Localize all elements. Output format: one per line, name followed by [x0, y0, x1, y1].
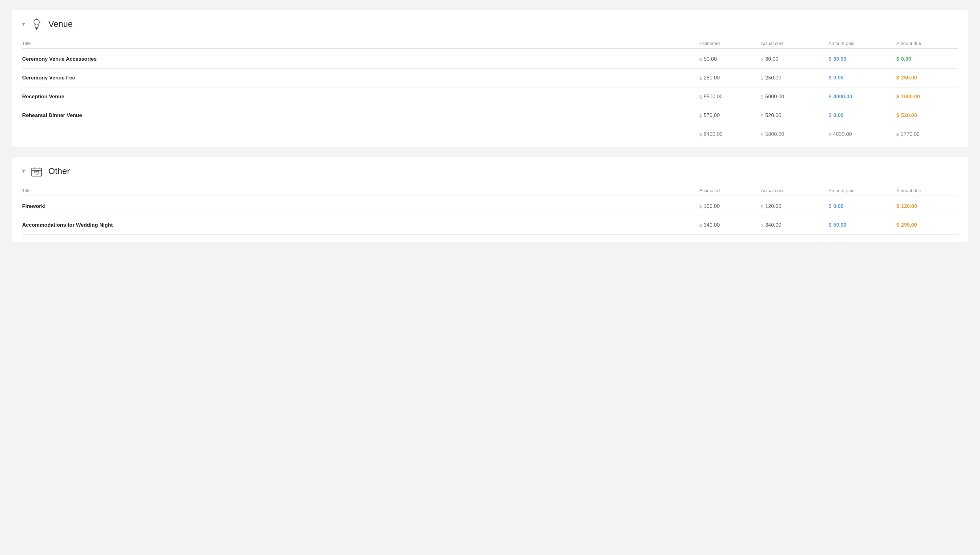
- paid-dollar: $: [828, 203, 831, 209]
- paid-cell: $ 0.00: [828, 75, 896, 81]
- paid-dollar: $: [828, 56, 831, 62]
- currency-icon: $: [699, 75, 702, 81]
- other-section-header: ▾ Other: [22, 164, 958, 178]
- actual-value: 520.00: [765, 112, 781, 119]
- venue-total-due: $ 1770.00: [896, 131, 958, 137]
- col-paid: Amount paid: [828, 41, 896, 46]
- due-value: 290.00: [901, 222, 917, 228]
- row-title: Reception Venue: [22, 94, 699, 100]
- currency-icon: $: [699, 94, 702, 99]
- paid-dollar: $: [828, 94, 831, 100]
- venue-rows: Ceremony Venue Accessories $ 50.00 $ 30.…: [22, 50, 958, 125]
- due-value: 250.00: [901, 75, 917, 81]
- venue-totals-row: $ 6400.00 $ 5800.00 $ 4030.00 $ 1770.00: [22, 125, 958, 140]
- due-dollar: $: [896, 56, 899, 62]
- actual-cell: $ 340.00: [761, 222, 828, 228]
- paid-cell: $ 0.00: [828, 203, 896, 209]
- venue-section: ▾ Venue Title Estimated Actual cost Amou…: [12, 10, 968, 147]
- other-col-due: Amount due: [896, 188, 958, 193]
- estimated-cell: $ 570.00: [699, 112, 761, 119]
- row-title: Accommodations for Wedding Night: [22, 222, 699, 228]
- paid-dollar: $: [828, 112, 831, 119]
- actual-value: 340.00: [765, 222, 781, 228]
- estimated-cell: $ 340.00: [699, 222, 761, 228]
- row-title: Rehearsal Dinner Venue: [22, 112, 699, 119]
- estimated-cell: $ 5500.00: [699, 94, 761, 100]
- other-col-actual: Actual cost: [761, 188, 828, 193]
- due-cell: $ 520.00: [896, 112, 958, 119]
- col-estimated: Estimated: [699, 41, 761, 46]
- table-row: Ceremony Venue Accessories $ 50.00 $ 30.…: [22, 50, 958, 69]
- estimated-value: 280.00: [703, 75, 719, 81]
- due-value: 120.00: [901, 203, 917, 209]
- other-rows: Firework! $ 150.00 $ 120.00 $ 0.00 $ 120…: [22, 197, 958, 235]
- due-dollar: $: [896, 203, 899, 209]
- row-title: Firework!: [22, 203, 699, 209]
- other-icon: [30, 164, 43, 178]
- paid-cell: $ 4000.00: [828, 94, 896, 100]
- other-title: Other: [48, 166, 70, 176]
- estimated-value: 340.00: [703, 222, 719, 228]
- actual-cell: $ 120.00: [761, 203, 828, 209]
- svg-line-7: [33, 19, 34, 20]
- paid-value: 50.00: [833, 222, 846, 228]
- col-due: Amount due: [896, 41, 958, 46]
- venue-section-header: ▾ Venue: [22, 17, 958, 31]
- venue-title: Venue: [48, 19, 73, 29]
- due-cell: $ 250.00: [896, 75, 958, 81]
- estimated-cell: $ 280.00: [699, 75, 761, 81]
- estimated-value: 5500.00: [703, 94, 723, 100]
- currency-icon: $: [699, 223, 702, 228]
- estimated-value: 570.00: [703, 112, 719, 119]
- other-col-title: Title: [22, 188, 699, 193]
- actual-cell: $ 30.00: [761, 56, 828, 62]
- row-title: Ceremony Venue Fee: [22, 75, 699, 81]
- svg-point-0: [34, 19, 39, 25]
- paid-value: 30.00: [833, 56, 846, 62]
- due-value: 1000.00: [901, 94, 920, 100]
- currency-icon: $: [761, 223, 763, 228]
- currency-icon: $: [761, 113, 763, 118]
- paid-cell: $ 0.00: [828, 112, 896, 119]
- venue-total-actual: $ 5800.00: [761, 131, 828, 137]
- currency-icon: $: [761, 57, 763, 62]
- table-row: Firework! $ 150.00 $ 120.00 $ 0.00 $ 120…: [22, 197, 958, 216]
- estimated-cell: $ 50.00: [699, 56, 761, 62]
- other-section: ▾ Other Title Estimated Actual cost Amou…: [12, 157, 968, 242]
- currency-icon: $: [761, 204, 763, 209]
- row-title: Ceremony Venue Accessories: [22, 56, 699, 62]
- table-row: Ceremony Venue Fee $ 280.00 $ 250.00 $ 0…: [22, 69, 958, 87]
- paid-cell: $ 30.00: [828, 56, 896, 62]
- currency-icon: $: [761, 75, 763, 81]
- actual-value: 30.00: [765, 56, 779, 62]
- due-dollar: $: [896, 75, 899, 81]
- other-chevron[interactable]: ▾: [22, 168, 25, 175]
- venue-chevron[interactable]: ▾: [22, 21, 25, 27]
- due-dollar: $: [896, 222, 899, 228]
- other-col-paid: Amount paid: [828, 188, 896, 193]
- actual-cell: $ 250.00: [761, 75, 828, 81]
- svg-line-5: [40, 19, 40, 20]
- currency-icon: $: [699, 57, 702, 62]
- estimated-value: 150.00: [703, 203, 719, 209]
- venue-total-paid: $ 4030.00: [828, 131, 896, 137]
- paid-dollar: $: [828, 75, 831, 81]
- venue-total-estimated: $ 6400.00: [699, 131, 761, 137]
- paid-value: 0.00: [833, 112, 843, 119]
- table-row: Rehearsal Dinner Venue $ 570.00 $ 520.00…: [22, 106, 958, 125]
- currency-icon: $: [699, 204, 702, 209]
- other-table-header: Title Estimated Actual cost Amount paid …: [22, 185, 958, 196]
- due-value: 0.00: [901, 56, 911, 62]
- currency-icon: $: [699, 113, 702, 118]
- due-dollar: $: [896, 112, 899, 119]
- actual-value: 5000.00: [765, 94, 784, 100]
- currency-icon: $: [761, 94, 763, 99]
- due-dollar: $: [896, 94, 899, 100]
- estimated-value: 50.00: [703, 56, 717, 62]
- paid-dollar: $: [828, 222, 831, 228]
- due-cell: $ 290.00: [896, 222, 958, 228]
- due-cell: $ 0.00: [896, 56, 958, 62]
- due-value: 520.00: [901, 112, 917, 119]
- col-actual: Actual cost: [761, 41, 828, 46]
- paid-value: 0.00: [833, 203, 843, 209]
